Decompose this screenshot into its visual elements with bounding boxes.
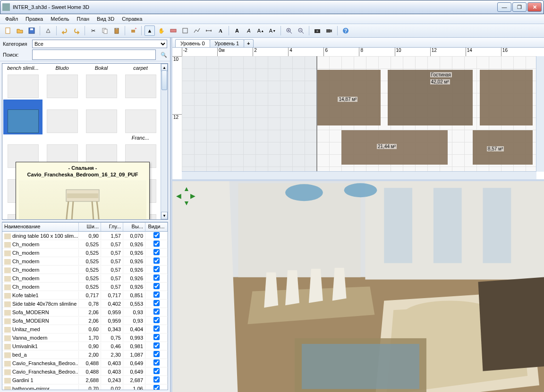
catalog-item[interactable] — [3, 100, 42, 134]
table-row[interactable]: Ch_modern0,5250,570,926 — [2, 240, 168, 249]
text-increase-icon[interactable]: A▲ — [255, 25, 266, 36]
scroll-down-icon[interactable]: ▼ — [161, 212, 168, 219]
select-tool-icon[interactable]: ▲ — [144, 25, 155, 36]
preferences-icon[interactable] — [43, 25, 53, 36]
visible-checkbox[interactable] — [153, 283, 160, 289]
category-select[interactable]: Все — [32, 40, 167, 48]
table-row[interactable]: bed_a2,002,301,087 — [2, 350, 168, 359]
catalog-item[interactable]: Bokal — [82, 65, 121, 100]
table-row[interactable]: Ch_modern0,5250,570,926 — [2, 249, 168, 257]
visible-checkbox[interactable] — [153, 241, 160, 247]
table-row[interactable]: Kofe table10,7170,7170,851 — [2, 291, 168, 300]
visible-checkbox[interactable] — [153, 351, 160, 357]
visible-checkbox[interactable] — [153, 232, 160, 238]
visible-checkbox[interactable] — [153, 300, 160, 306]
search-icon[interactable]: 🔍 — [161, 52, 167, 58]
tab-add-level[interactable]: + — [244, 39, 253, 47]
undo-icon[interactable] — [60, 25, 70, 36]
table-row[interactable]: Unitaz_med0,600,3430,404 — [2, 325, 168, 334]
catalog-scrollbar[interactable]: ▲ ▼ — [161, 64, 168, 219]
tab-level-0[interactable]: Уровень 0 — [175, 39, 210, 47]
open-file-icon[interactable] — [15, 25, 25, 36]
visible-checkbox[interactable] — [153, 359, 160, 366]
col-height[interactable]: Вы... — [123, 223, 145, 231]
table-row[interactable]: Umivalnik10,900,460,981 — [2, 342, 168, 350]
col-name[interactable]: Наименование — [2, 223, 79, 231]
nav-right-icon[interactable]: ▶ — [190, 192, 197, 199]
visible-checkbox[interactable] — [153, 334, 160, 340]
table-row[interactable]: Vanna_modern1,700,750,993 — [2, 334, 168, 342]
zoom-out-icon[interactable] — [296, 25, 306, 36]
table-row[interactable]: Cavio_Francheska_Bedroo...0,4880,4030,64… — [2, 359, 168, 367]
visible-checkbox[interactable] — [153, 258, 160, 264]
add-furniture-icon[interactable]: + — [128, 25, 138, 36]
catalog-item[interactable] — [82, 100, 121, 134]
table-row[interactable]: Cavio_Francheska_Bedroo...0,4880,4030,64… — [2, 367, 168, 376]
catalog-item[interactable] — [121, 100, 160, 134]
catalog-item[interactable]: Bludo — [42, 65, 82, 100]
menu-plan[interactable]: План — [74, 15, 93, 23]
search-input[interactable] — [32, 50, 156, 60]
plan-scrollbar-h[interactable] — [182, 171, 536, 179]
visible-checkbox[interactable] — [153, 249, 160, 255]
visible-checkbox[interactable] — [153, 385, 160, 391]
photo-icon[interactable] — [312, 25, 323, 36]
table-row[interactable]: Sofa_MODERN2,060,9590,93 — [2, 308, 168, 317]
maximize-button[interactable]: ❐ — [512, 2, 527, 12]
visible-checkbox[interactable] — [153, 275, 160, 281]
polyline-tool-icon[interactable] — [192, 25, 202, 36]
paste-icon[interactable] — [111, 25, 122, 36]
catalog-item[interactable]: carpet — [121, 65, 160, 100]
visible-checkbox[interactable] — [153, 309, 160, 315]
nav-down-icon[interactable]: ▼ — [183, 199, 190, 206]
col-depth[interactable]: Глу... — [101, 223, 123, 231]
save-file-icon[interactable] — [26, 25, 37, 36]
menu-view3d[interactable]: Вид 3D — [94, 15, 118, 23]
scroll-thumb[interactable] — [162, 70, 167, 90]
cut-icon[interactable]: ✂ — [88, 25, 98, 36]
table-row[interactable]: dining table 160 x 100 slim...0,901,570,… — [2, 232, 168, 240]
table-row[interactable]: Gardini 12,6880,2432,687 — [2, 376, 168, 384]
nav-up-icon[interactable]: ▲ — [183, 185, 190, 192]
visible-checkbox[interactable] — [153, 342, 160, 349]
dimension-tool-icon[interactable] — [204, 25, 214, 36]
new-file-icon[interactable] — [3, 25, 13, 36]
nav-left-icon[interactable]: ◀ — [176, 192, 183, 199]
visible-checkbox[interactable] — [153, 376, 160, 383]
room-tool-icon[interactable] — [180, 25, 190, 36]
wall-tool-icon[interactable] — [168, 25, 178, 36]
3d-view[interactable]: ▲ ◀ ▶ ▼ — [172, 181, 544, 392]
table-row[interactable]: bathroom-mirror0,700,021,06 — [2, 384, 168, 390]
menu-file[interactable]: Файл — [2, 15, 21, 23]
text-bold-icon[interactable]: A — [232, 25, 242, 36]
visible-checkbox[interactable] — [153, 325, 160, 332]
visible-checkbox[interactable] — [153, 368, 160, 374]
3d-nav-pad[interactable]: ▲ ◀ ▶ ▼ — [176, 185, 197, 206]
menu-help[interactable]: Справка — [119, 15, 145, 23]
plan-scrollbar-v[interactable] — [536, 56, 544, 172]
minimize-button[interactable]: — — [497, 2, 511, 12]
copy-icon[interactable] — [100, 25, 110, 36]
text-tool-icon[interactable]: A — [215, 25, 226, 36]
tab-level-1[interactable]: Уровень 1 — [210, 39, 245, 47]
table-row[interactable]: Ch_modern0,5250,570,926 — [2, 257, 168, 266]
furniture-table-body[interactable]: dining table 160 x 100 slim...0,901,570,… — [2, 232, 168, 390]
table-row[interactable]: Ch_modern0,5250,570,926 — [2, 274, 168, 283]
table-row[interactable]: Side table 40x78cm slimline0,780,4020,55… — [2, 300, 168, 308]
plan-area[interactable]: -20м246810121416 1012 Гостиная 42,02 м² … — [172, 48, 544, 179]
catalog-item[interactable]: bench slimli... — [3, 65, 42, 100]
video-icon[interactable] — [324, 25, 334, 36]
redo-icon[interactable] — [71, 25, 82, 36]
zoom-in-icon[interactable] — [284, 25, 294, 36]
table-row[interactable]: Ch_modern0,5250,570,926 — [2, 283, 168, 291]
text-decrease-icon[interactable]: A▼ — [267, 25, 278, 36]
col-visible[interactable]: Види... — [145, 223, 168, 231]
help-icon[interactable]: ? — [340, 25, 351, 36]
table-row[interactable]: Ch_modern0,5250,570,926 — [2, 266, 168, 274]
close-button[interactable]: ✕ — [527, 2, 542, 12]
table-row[interactable]: Sofa_MODERN2,060,9590,93 — [2, 317, 168, 325]
visible-checkbox[interactable] — [153, 292, 160, 298]
menu-furniture[interactable]: Мебель — [47, 15, 72, 23]
pan-tool-icon[interactable]: ✋ — [156, 25, 167, 36]
catalog-item[interactable] — [42, 100, 82, 134]
